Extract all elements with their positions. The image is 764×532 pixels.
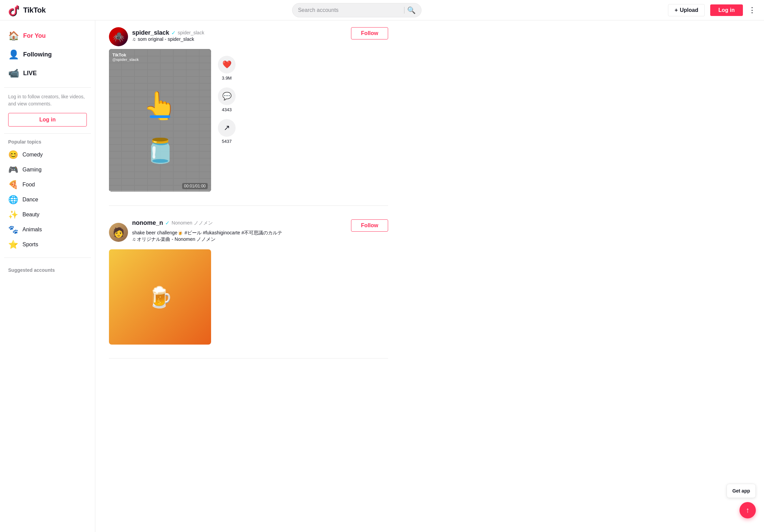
topic-sports[interactable]: ⭐ Sports xyxy=(4,237,91,252)
sidebar-divider-3 xyxy=(4,257,91,258)
page-layout: 🏠 For You 👤 Following 📹 LIVE Log in to f… xyxy=(0,20,764,532)
sidebar-item-live[interactable]: 📹 LIVE xyxy=(4,65,91,82)
video-card-2: 🧑 nonome_n ✓ Nonomen ノノメン shake beer cha… xyxy=(109,219,388,359)
author-display-2: Nonomen ノノメン xyxy=(172,220,213,226)
topic-label-food: Food xyxy=(22,182,35,188)
tiktok-logo-icon xyxy=(8,4,20,16)
scroll-to-top-button[interactable]: ↑ xyxy=(739,502,756,518)
video-author-2: 🧑 nonome_n ✓ Nonomen ノノメン shake beer cha… xyxy=(109,219,282,245)
sidebar-divider-1 xyxy=(4,87,91,88)
video-card-1: 🕷️ spider_slack ✓ spider_slack ♫ som ori… xyxy=(109,27,388,206)
video-actions-1: ❤️ 3.9M 💬 4343 ↗ 5437 xyxy=(218,49,236,151)
header-actions: + Upload Log in ⋮ xyxy=(668,4,756,16)
main-nav: 🏠 For You 👤 Following 📹 LIVE xyxy=(4,27,91,82)
video-player-section-2: 🍺 xyxy=(109,249,388,345)
author-handle-1: spider_slack xyxy=(178,30,204,35)
author-username-2[interactable]: nonome_n xyxy=(132,219,163,227)
video-progress-fill-1 xyxy=(109,191,111,192)
beauty-icon: ✨ xyxy=(8,210,18,219)
verified-badge-1: ✓ xyxy=(171,30,176,36)
topic-label-sports: Sports xyxy=(22,242,38,248)
home-icon: 🏠 xyxy=(8,31,19,41)
topic-label-dance: Dance xyxy=(22,197,38,203)
video-sound-1: ♫ som original - spider_slack xyxy=(132,36,204,42)
scroll-top-icon: ↑ xyxy=(746,506,750,515)
sidebar-label-following: Following xyxy=(23,51,52,58)
upload-plus-icon: + xyxy=(674,7,678,13)
sidebar-divider-2 xyxy=(4,133,91,134)
more-options-button[interactable]: ⋮ xyxy=(748,6,756,15)
topic-label-comedy: Comedy xyxy=(22,152,43,158)
video-timer-1: 00:01/01:00 xyxy=(182,183,208,189)
sidebar: 🏠 For You 👤 Following 📹 LIVE Log in to f… xyxy=(0,20,95,532)
bottle-emoji: 🫙 xyxy=(145,137,175,165)
header: TikTok 🔍 + Upload Log in ⋮ xyxy=(0,0,764,20)
like-count-1: 3.9M xyxy=(222,76,232,81)
sidebar-label-live: LIVE xyxy=(23,70,37,77)
search-bar: 🔍 xyxy=(292,3,421,17)
share-count-1: 5437 xyxy=(222,139,232,144)
share-button-1[interactable]: ↗ 5437 xyxy=(218,119,236,144)
heart-icon: ❤️ xyxy=(218,56,236,73)
topic-animals[interactable]: 🐾 Animals xyxy=(4,222,91,237)
author-username-1[interactable]: spider_slack xyxy=(132,29,169,36)
live-icon: 📹 xyxy=(8,68,19,79)
video-thumbnail-2[interactable]: 🍺 xyxy=(109,249,211,345)
comedy-icon: 😊 xyxy=(8,150,18,160)
comment-count-1: 4343 xyxy=(222,107,232,112)
video-description-2: shake beer challenge🍺 #ビール #fukashiginoc… xyxy=(132,229,282,236)
topic-label-animals: Animals xyxy=(22,227,42,233)
comment-icon: 💬 xyxy=(218,87,236,105)
sidebar-item-following[interactable]: 👤 Following xyxy=(4,46,91,63)
author-info-1: spider_slack ✓ spider_slack ♫ som origin… xyxy=(132,29,204,45)
animals-icon: 🐾 xyxy=(8,225,18,234)
topic-label-beauty: Beauty xyxy=(22,212,39,218)
main-content: 🕷️ spider_slack ✓ spider_slack ♫ som ori… xyxy=(95,20,402,532)
login-prompt-text: Log in to follow creators, like videos, … xyxy=(4,93,91,107)
blue-band xyxy=(150,115,170,118)
tiktok-watermark-1: TikTok @spider_slack xyxy=(112,52,139,62)
comment-button-1[interactable]: 💬 4343 xyxy=(218,87,236,112)
video-header-1: 🕷️ spider_slack ✓ spider_slack ♫ som ori… xyxy=(109,27,388,46)
sidebar-item-for-you[interactable]: 🏠 For You xyxy=(4,27,91,45)
avatar-spider-slack[interactable]: 🕷️ xyxy=(109,27,128,46)
hand-bottle-visual: 👆 🫙 xyxy=(109,49,211,192)
dance-icon: 🌐 xyxy=(8,195,18,204)
logo-text: TikTok xyxy=(23,6,46,15)
login-button[interactable]: Log in xyxy=(710,4,743,16)
video-header-2: 🧑 nonome_n ✓ Nonomen ノノメン shake beer cha… xyxy=(109,219,388,245)
topic-gaming[interactable]: 🎮 Gaming xyxy=(4,162,91,177)
music-note-icon: ♫ xyxy=(132,36,136,42)
upload-button[interactable]: + Upload xyxy=(668,4,705,16)
search-divider xyxy=(404,7,404,14)
get-app-button[interactable]: Get app xyxy=(727,484,756,498)
topic-comedy[interactable]: 😊 Comedy xyxy=(4,147,91,162)
video-author-1: 🕷️ spider_slack ✓ spider_slack ♫ som ori… xyxy=(109,27,204,46)
follow-button-2[interactable]: Follow xyxy=(351,219,388,232)
upload-label: Upload xyxy=(680,7,698,13)
follow-button-1[interactable]: Follow xyxy=(351,27,388,39)
video-thumbnail-1[interactable]: 👆 🫙 TikTok @spider_slack 00:01/01:00 xyxy=(109,49,211,192)
avatar-person-icon: 🧑 xyxy=(113,227,125,238)
search-button[interactable]: 🔍 xyxy=(407,6,416,14)
video-content-1: 👆 🫙 TikTok @spider_slack 00:01/01:00 xyxy=(109,49,211,192)
sidebar-label-for-you: For You xyxy=(23,32,46,39)
sidebar-login-button[interactable]: Log in xyxy=(8,113,87,127)
beer-emoji: 🍺 xyxy=(147,285,173,309)
following-icon: 👤 xyxy=(8,49,19,60)
topic-beauty[interactable]: ✨ Beauty xyxy=(4,207,91,222)
logo[interactable]: TikTok xyxy=(8,4,46,16)
share-icon: ↗ xyxy=(218,119,236,137)
topic-food[interactable]: 🍕 Food xyxy=(4,177,91,192)
popular-topics-title: Popular topics xyxy=(4,139,91,145)
avatar-nonome[interactable]: 🧑 xyxy=(109,223,128,242)
search-input[interactable] xyxy=(298,7,401,13)
video-player-section-1: 👆 🫙 TikTok @spider_slack 00:01/01:00 xyxy=(109,49,388,192)
sports-icon: ⭐ xyxy=(8,240,18,249)
topic-dance[interactable]: 🌐 Dance xyxy=(4,192,91,207)
food-icon: 🍕 xyxy=(8,180,18,189)
gaming-icon: 🎮 xyxy=(8,165,18,174)
suggested-accounts-title: Suggested accounts xyxy=(4,263,91,276)
like-button-1[interactable]: ❤️ 3.9M xyxy=(218,56,236,81)
video-sound-2: ♫ オリジナル楽曲 - Nonomen ノノメン xyxy=(132,236,282,243)
